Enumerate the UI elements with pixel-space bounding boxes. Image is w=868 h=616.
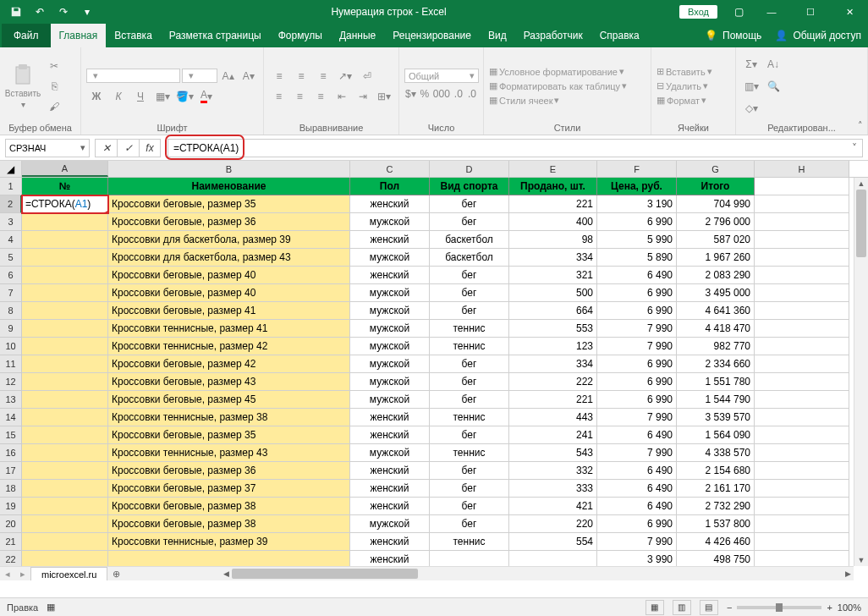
cell[interactable]: Вид спорта — [430, 178, 509, 195]
cell[interactable] — [755, 320, 849, 338]
paste-button[interactable]: Вставить▾ — [5, 58, 41, 114]
cell[interactable]: 7 990 — [597, 320, 677, 338]
cell[interactable]: 6 990 — [597, 391, 677, 409]
cell[interactable]: Кроссовки беговые, размер 35 — [108, 426, 350, 444]
cell[interactable] — [755, 231, 849, 249]
cell[interactable]: мужской — [350, 213, 430, 231]
tab-developer[interactable]: Разработчик — [515, 24, 591, 47]
cell[interactable]: мужской — [350, 373, 430, 391]
cell-styles-button[interactable]: ▦ Стили ячеек ▾ — [489, 95, 646, 106]
cell[interactable] — [108, 551, 350, 566]
ribbon-display-icon[interactable]: ▢ — [726, 0, 751, 24]
cell[interactable]: женский — [350, 231, 430, 249]
cell[interactable]: 3 539 570 — [677, 409, 755, 426]
cell[interactable]: Кроссовки беговые, размер 37 — [108, 480, 350, 498]
cell[interactable] — [755, 249, 849, 267]
col-header-E[interactable]: E — [509, 161, 597, 177]
cell[interactable]: 553 — [509, 320, 597, 338]
cell[interactable]: 6 490 — [597, 426, 677, 444]
row-header[interactable]: 3 — [0, 213, 22, 231]
cell[interactable]: 334 — [509, 249, 597, 267]
fill-icon[interactable]: ▥▾ — [741, 77, 761, 96]
cell[interactable]: теннис — [430, 320, 509, 338]
sheet-prev-icon[interactable]: ◂ — [0, 569, 15, 580]
scroll-down-icon[interactable]: ▼ — [854, 554, 868, 566]
sort-icon[interactable]: A↓ — [763, 55, 783, 74]
cell[interactable]: 1 544 790 — [677, 391, 755, 409]
cell[interactable]: мужской — [350, 444, 430, 462]
cell[interactable]: Кроссовки беговые, размер 43 — [108, 373, 350, 391]
zoom-level[interactable]: 100% — [838, 602, 861, 613]
maximize-button[interactable]: ☐ — [792, 0, 829, 24]
cell[interactable] — [22, 302, 108, 320]
scrollbar-thumb-h[interactable] — [232, 569, 418, 579]
cell[interactable]: мужской — [350, 302, 430, 320]
collapse-ribbon-icon[interactable]: ˄ — [858, 120, 863, 131]
cell[interactable]: теннис — [430, 338, 509, 355]
cell[interactable] — [755, 355, 849, 373]
name-box[interactable]: СРЗНАЧ▾ — [5, 139, 90, 157]
cell[interactable]: Кроссовки беговые, размер 41 — [108, 302, 350, 320]
cell[interactable] — [22, 267, 108, 284]
align-left-icon[interactable]: ≡ — [269, 87, 288, 106]
cell[interactable]: 6 990 — [597, 213, 677, 231]
vertical-scrollbar[interactable]: ▲▼ — [854, 178, 868, 566]
cell[interactable]: 7 990 — [597, 533, 677, 551]
cell[interactable] — [755, 498, 849, 515]
tab-formulas[interactable]: Формулы — [270, 24, 331, 47]
cell[interactable] — [22, 373, 108, 391]
cell[interactable]: 6 990 — [597, 302, 677, 320]
cell[interactable]: Кроссовки теннисные, размер 42 — [108, 338, 350, 355]
cell[interactable]: 220 — [509, 515, 597, 533]
save-icon[interactable] — [5, 2, 27, 22]
cell[interactable]: Кроссовки для баскетбола, размер 39 — [108, 231, 350, 249]
row-header[interactable]: 14 — [0, 409, 22, 426]
horizontal-scrollbar[interactable]: ◀▶ — [220, 566, 854, 580]
row-header[interactable]: 11 — [0, 355, 22, 373]
tab-help[interactable]: Справка — [591, 24, 648, 47]
cell[interactable] — [755, 551, 849, 566]
cell[interactable]: 2 161 170 — [677, 480, 755, 498]
tab-file[interactable]: Файл — [2, 24, 51, 47]
col-header-F[interactable]: F — [597, 161, 677, 177]
minimize-button[interactable]: — — [753, 0, 790, 24]
view-normal-icon[interactable]: ▦ — [646, 600, 664, 615]
cell[interactable]: 2 334 660 — [677, 355, 755, 373]
cell[interactable]: баскетбол — [430, 231, 509, 249]
cell[interactable]: Кроссовки беговые, размер 38 — [108, 498, 350, 515]
cell[interactable] — [755, 533, 849, 551]
copy-icon[interactable]: ⎘ — [44, 77, 64, 96]
cell[interactable]: 6 490 — [597, 267, 677, 284]
cell[interactable] — [509, 551, 597, 566]
zoom-slider[interactable] — [737, 606, 821, 609]
cell[interactable]: 400 — [509, 213, 597, 231]
cell[interactable]: Кроссовки теннисные, размер 43 — [108, 444, 350, 462]
cell[interactable]: 7 990 — [597, 444, 677, 462]
cells-insert-button[interactable]: ⊞ Вставить ▾ — [656, 66, 730, 77]
cell[interactable]: 3 495 000 — [677, 284, 755, 302]
cell[interactable] — [755, 426, 849, 444]
cell[interactable]: 4 338 570 — [677, 444, 755, 462]
cell[interactable] — [755, 267, 849, 284]
col-header-A[interactable]: A — [22, 161, 108, 177]
cell[interactable]: бег — [430, 302, 509, 320]
sheet-tab-active[interactable]: microexcel.ru — [30, 567, 107, 580]
tab-insert[interactable]: Вставка — [106, 24, 161, 47]
cell[interactable]: женский — [350, 409, 430, 426]
row-header[interactable]: 17 — [0, 462, 22, 480]
row-header[interactable]: 4 — [0, 231, 22, 249]
redo-icon[interactable]: ↷ — [52, 2, 74, 22]
number-format-combo[interactable]: Общий▾ — [404, 69, 479, 83]
decrease-font-icon[interactable]: A▾ — [239, 67, 258, 85]
cell[interactable]: Кроссовки беговые, размер 45 — [108, 391, 350, 409]
enter-formula-icon[interactable]: ✓ — [117, 139, 139, 157]
row-header[interactable]: 16 — [0, 444, 22, 462]
cell[interactable]: бег — [430, 373, 509, 391]
undo-icon[interactable]: ↶ — [29, 2, 51, 22]
row-header[interactable]: 1 — [0, 178, 22, 195]
tab-layout[interactable]: Разметка страницы — [161, 24, 270, 47]
cell[interactable]: 2 083 290 — [677, 267, 755, 284]
format-as-table-button[interactable]: ▦ Форматировать как таблицу ▾ — [489, 80, 646, 91]
cell[interactable]: мужской — [350, 391, 430, 409]
col-header-H[interactable]: H — [755, 161, 849, 177]
